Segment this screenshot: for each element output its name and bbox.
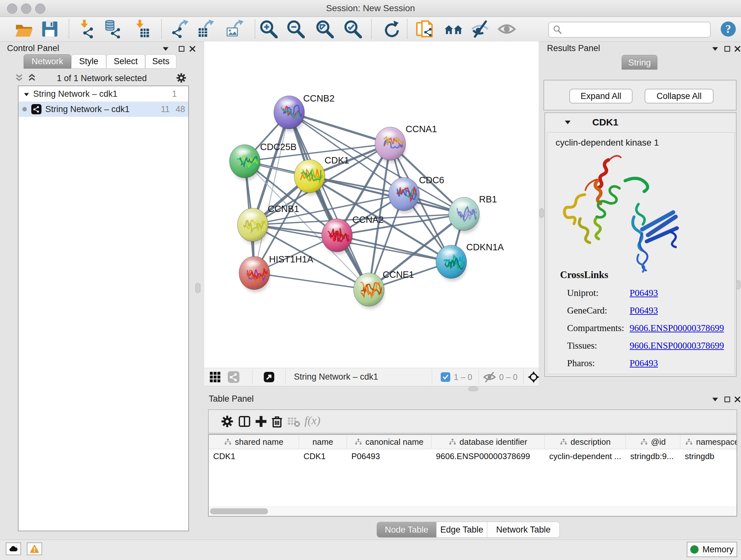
panel-float-icon[interactable] <box>723 45 731 53</box>
network-options-gear-icon[interactable] <box>176 72 187 84</box>
panel-collapse-icon[interactable] <box>711 45 719 53</box>
import-network-file-icon[interactable] <box>77 20 95 38</box>
save-session-icon[interactable] <box>41 20 59 38</box>
import-network-database-icon[interactable] <box>104 20 122 38</box>
network-node-RB1[interactable]: RB1 <box>449 194 497 233</box>
table-cell[interactable]: P06493 <box>347 449 431 463</box>
column-header-shared-name[interactable]: shared name <box>209 435 299 449</box>
results-panel-header: Results Panel <box>542 42 738 55</box>
collapse-all-networks-icon[interactable] <box>27 73 37 83</box>
expand-all-button[interactable]: Expand All <box>569 89 632 104</box>
edge-HIST1H1A-CCNE1[interactable] <box>254 273 369 290</box>
table-cell[interactable]: 9606.ENSP00000378699 <box>431 449 545 463</box>
tab-network-table[interactable]: Network Table <box>487 522 559 537</box>
panel-close-icon[interactable] <box>733 45 741 53</box>
table-cell[interactable]: stringdb <box>680 449 737 463</box>
node-table[interactable]: shared namenamecanonical namedatabase id… <box>208 434 737 516</box>
tab-node-table[interactable]: Node Table <box>377 522 436 537</box>
table-cell[interactable]: cyclin-dependent ... <box>545 449 626 463</box>
crosslink-link[interactable]: 9606.ENSP00000378699 <box>630 323 724 333</box>
network-row-selected[interactable]: String Network – cdk1 11 48 <box>18 102 188 117</box>
cloud-icon[interactable] <box>6 543 21 555</box>
network-node-CCNB2[interactable]: CCNB2 <box>274 93 334 132</box>
column-header-canonical-name[interactable]: canonical name <box>347 435 431 449</box>
gene-description: cyclin-dependent kinase 1 <box>556 138 659 148</box>
network-node-CCNA1[interactable]: CCNA1 <box>375 124 437 163</box>
zoom-out-icon[interactable] <box>286 20 305 38</box>
table-cell[interactable]: CDK1 <box>299 449 347 463</box>
collection-disclosure-icon[interactable] <box>23 90 30 98</box>
network-graph[interactable]: CCNB2CCNA1CDC25BCDK1CDC6RB1CCNB1CCNA2CDK… <box>204 42 539 368</box>
zoom-selected-icon[interactable] <box>343 20 362 38</box>
splitter-handle-edge[interactable] <box>736 280 740 289</box>
crosslink-link[interactable]: P06493 <box>630 305 658 316</box>
show-eye-icon[interactable] <box>497 20 516 38</box>
tab-style[interactable]: Style <box>71 54 106 69</box>
tab-string[interactable]: String <box>622 55 657 70</box>
table-row[interactable]: CDK1CDK1P064939606.ENSP00000378699cyclin… <box>209 449 737 463</box>
table-cell[interactable]: stringdb:9... <box>626 449 680 463</box>
crosslink-link[interactable]: P06493 <box>630 358 658 368</box>
network-collection-row[interactable]: String Network – cdk1 1 <box>18 86 188 102</box>
zoom-in-icon[interactable] <box>259 20 278 38</box>
table-horizontal-scrollbar[interactable] <box>209 507 737 516</box>
network-node-CDK1[interactable]: CDK1 <box>294 155 349 196</box>
hidden-eye-slash-icon[interactable] <box>483 371 496 383</box>
node-section-header[interactable]: CDK1 <box>545 113 736 132</box>
column-header-name[interactable]: name <box>299 435 347 449</box>
column-header-description[interactable]: description <box>545 435 626 449</box>
duplicate-network-icon[interactable] <box>415 20 434 38</box>
column-header--id[interactable]: @id <box>626 435 680 449</box>
splitter-handle-left[interactable] <box>195 283 200 293</box>
crosslink-link[interactable]: 9606.ENSP00000378699 <box>630 340 724 351</box>
export-table-icon[interactable] <box>197 20 215 38</box>
warning-icon[interactable] <box>27 543 42 555</box>
open-file-icon[interactable] <box>15 20 33 38</box>
tab-network[interactable]: Network <box>23 54 71 69</box>
panel-float-icon[interactable] <box>723 395 731 403</box>
tab-sets[interactable]: Sets <box>145 54 177 69</box>
help-icon[interactable]: ? <box>720 21 737 37</box>
splitter-handle-right[interactable] <box>539 208 544 218</box>
network-node-CDC25B[interactable]: CDC25B <box>229 142 296 181</box>
open-in-window-icon[interactable] <box>263 371 275 383</box>
network-node-HIST1H1A[interactable]: HIST1H1A <box>239 254 313 293</box>
selected-checkbox-icon[interactable] <box>441 372 450 382</box>
string-badge-icon[interactable] <box>227 371 240 383</box>
show-columns-icon[interactable] <box>238 415 252 428</box>
tab-select[interactable]: Select <box>106 54 145 69</box>
collapse-all-button[interactable]: Collapse All <box>645 89 714 104</box>
splitter-handle-horizontal[interactable] <box>468 387 478 391</box>
refresh-view-icon[interactable] <box>381 20 400 38</box>
crosslink-link[interactable]: P06493 <box>630 288 658 298</box>
import-table-file-icon[interactable] <box>132 20 151 38</box>
center-view-target-icon[interactable] <box>527 371 540 383</box>
network-node-CCNE1[interactable]: CCNE1 <box>354 269 414 309</box>
delete-column-icon[interactable] <box>270 415 284 428</box>
export-image-icon[interactable] <box>226 20 245 38</box>
birdseye-grid-icon[interactable] <box>209 371 221 383</box>
section-disclosure-icon[interactable] <box>563 118 572 126</box>
network-node-CCNB1[interactable]: CCNB1 <box>238 204 299 244</box>
hide-unselected-icon[interactable] <box>471 20 489 38</box>
network-node-CDKN1A[interactable]: CDKN1A <box>436 242 504 281</box>
memory-button[interactable]: Memory <box>687 542 737 557</box>
panel-close-icon[interactable] <box>733 395 741 403</box>
panel-collapse-icon[interactable] <box>161 45 170 53</box>
column-header-namespace[interactable]: namespace <box>680 435 737 449</box>
export-network-icon[interactable] <box>172 20 190 38</box>
expand-all-networks-icon[interactable] <box>14 73 24 83</box>
panel-collapse-icon[interactable] <box>711 395 719 403</box>
network-view-canvas[interactable]: CCNB2CCNA1CDC25BCDK1CDC6RB1CCNB1CCNA2CDK… <box>204 42 539 368</box>
add-column-icon[interactable] <box>254 415 268 428</box>
panel-close-icon[interactable] <box>188 45 197 53</box>
search-input[interactable] <box>565 23 707 37</box>
zoom-fit-icon[interactable] <box>315 20 334 38</box>
home-networks-icon[interactable] <box>444 20 463 38</box>
table-settings-gear-icon[interactable] <box>220 415 234 428</box>
table-cell[interactable]: CDK1 <box>209 449 299 463</box>
panel-float-icon[interactable] <box>178 45 186 53</box>
tab-edge-table[interactable]: Edge Table <box>436 522 487 537</box>
scrollbar-thumb[interactable] <box>210 508 268 514</box>
column-header-database-identifier[interactable]: database identifier <box>431 435 545 449</box>
